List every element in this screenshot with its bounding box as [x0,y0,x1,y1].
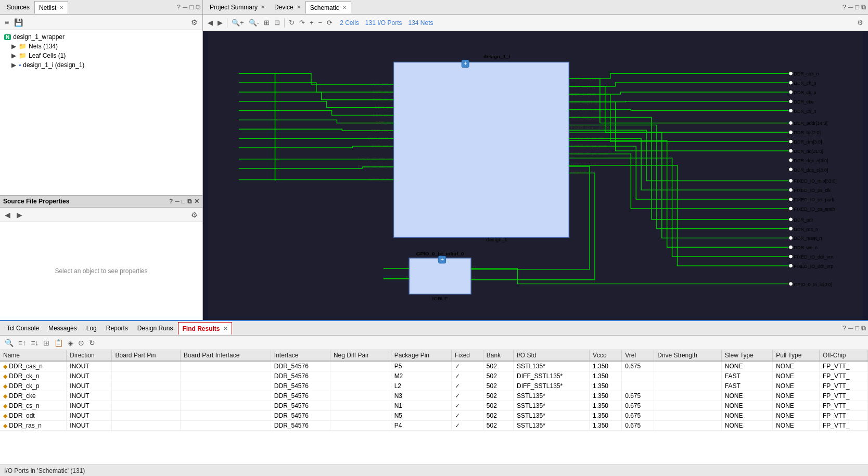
bottom-max-icon[interactable]: □ [855,324,859,332]
props-back-btn[interactable]: ◀ [3,210,12,220]
tab-device[interactable]: Device ✕ [270,1,305,14]
find-results-close[interactable]: ✕ [223,326,227,331]
props-min-icon[interactable]: ─ [175,198,180,205]
maximize-icon[interactable]: □ [189,3,194,11]
tab-messages[interactable]: Messages [44,322,82,335]
schematic-tab-close[interactable]: ✕ [342,5,347,10]
expand-btn[interactable]: 📋 [53,338,65,348]
sch-float-icon[interactable]: ⧉ [861,3,866,11]
col-pull-type[interactable]: Pull Type [773,350,820,361]
props-float-icon[interactable]: ⧉ [187,198,192,205]
table-row[interactable]: ◆ DDR_ckeINOUTDDR_54576N3✓502SSTL135*1.3… [0,391,868,401]
col-direction[interactable]: Direction [67,350,112,361]
zoom-in-btn[interactable]: 🔍+ [230,18,246,28]
row-icon: ◆ [3,403,7,409]
port-ddr-we-n [789,245,793,249]
sch-min-icon[interactable]: ─ [848,3,853,11]
zoom-out-btn[interactable]: 🔍- [247,18,261,28]
col-name[interactable]: Name [0,350,67,361]
props-max-icon[interactable]: □ [182,198,185,205]
tree-design1i[interactable]: ▶ ▪ design_1_i (design_1) [9,60,200,70]
next-btn[interactable]: ↷ [298,18,307,28]
collapse-all-btn[interactable]: ≡ [3,17,10,28]
tab-reports[interactable]: Reports [101,322,133,335]
bottom-help-icon[interactable]: ? [843,324,846,332]
remove-btn[interactable]: − [317,18,324,28]
reload-btn[interactable]: ⟳ [325,18,334,28]
table-row[interactable]: ◆ DDR_ck_pINOUTDDR_54576L2✓502DIFF_SSTL1… [0,381,868,391]
col-interface[interactable]: Interface [271,350,330,361]
netlabel-fixed-srstb: FIXED_IO_ps_srstb [794,207,835,212]
bottom-float-icon[interactable]: ⧉ [861,324,866,332]
filter-down-btn[interactable]: ≡↓ [29,338,40,348]
table-row[interactable]: ◆ DDR_cas_nINOUTDDR_54576P5✓502SSTL135*1… [0,361,868,371]
sch-help-icon[interactable]: ? [843,3,846,11]
col-board-part-iface[interactable]: Board Part Interface [180,350,271,361]
tab-schematic[interactable]: Schematic ✕ [305,1,351,14]
col-fixed[interactable]: Fixed [451,350,483,361]
table-row[interactable]: ◆ DDR_cs_nINOUTDDR_54576N1✓502SSTL135*1.… [0,401,868,411]
tree-root[interactable]: N design_1_wrapper [2,32,200,42]
tab-log[interactable]: Log [82,322,101,335]
highlight-btn[interactable]: ◈ [66,338,75,348]
props-forward-btn[interactable]: ▶ [15,210,24,220]
expand-icon: + [464,60,467,67]
refresh-btn[interactable]: ↻ [287,18,296,28]
table-row[interactable]: ◆ DDR_ras_nINOUTDDR_54576P4✓502SSTL135*1… [0,421,868,431]
refresh-results-btn[interactable]: ↻ [87,338,97,348]
design-block[interactable] [393,62,569,237]
filter-up-btn[interactable]: ≡↑ [17,338,28,348]
tree-leaf-cells[interactable]: ▶ 📁 Leaf Cells (1) [9,51,200,60]
fit-sel-btn[interactable]: ⊡ [273,18,282,28]
tab-find-results[interactable]: Find Results ✕ [178,322,232,335]
nets-stat[interactable]: 134 Nets [409,19,433,27]
col-io-std[interactable]: I/O Std [514,350,590,361]
props-close-icon[interactable]: ✕ [194,198,199,205]
tree-nets[interactable]: ▶ 📁 Nets (134) [9,42,200,51]
tab-project-summary[interactable]: Project Summary ✕ [205,1,270,14]
project-summary-close[interactable]: ✕ [261,4,265,10]
bottom-min-icon[interactable]: ─ [848,324,853,332]
tab-sources[interactable]: Sources [2,1,34,14]
io-ports-stat[interactable]: 131 I/O Ports [365,19,402,27]
netlabel-ddr-we-n: DDR_we_n [794,245,818,250]
select-btn[interactable]: ⊙ [76,338,86,348]
table-row[interactable]: ◆ DDR_odtINOUTDDR_54576N5✓502SSTL135*1.3… [0,411,868,421]
col-slew-type[interactable]: Slew Type [721,350,772,361]
col-board-part-pin[interactable]: Board Part Pin [112,350,180,361]
props-help-icon[interactable]: ? [169,198,173,205]
col-bank[interactable]: Bank [483,350,513,361]
col-off-chip[interactable]: Off-Chip [819,350,867,361]
save-btn[interactable]: 💾 [12,17,24,28]
settings-btn[interactable]: ⚙ [189,17,199,28]
device-tab-label: Device [274,4,293,11]
fit-btn[interactable]: ⊞ [262,18,271,28]
forward-btn[interactable]: ▶ [216,18,224,28]
netlist-tab-close[interactable]: ✕ [59,5,63,10]
tab-netlist[interactable]: Netlist ✕ [34,1,68,14]
port-fixed-mio [789,178,793,183]
schematic-canvas[interactable]: + design_1_i design_1 DDR_cas_n DDR_ck_n… [203,31,868,320]
col-vcco[interactable]: Vcco [590,350,622,361]
col-vref[interactable]: Vref [622,350,654,361]
props-settings-btn[interactable]: ⚙ [189,210,199,220]
col-drive-strength[interactable]: Drive Strength [654,350,722,361]
table-row[interactable]: ◆ DDR_ck_nINOUTDDR_54576M2✓502DIFF_SSTL1… [0,371,868,381]
cells-stat[interactable]: 2 Cells [340,19,359,27]
float-icon[interactable]: ⧉ [196,3,200,11]
tree-root-label: design_1_wrapper [13,33,65,41]
minimize-icon[interactable]: ─ [183,3,187,11]
search-btn[interactable]: 🔍 [3,338,15,348]
device-tab-close[interactable]: ✕ [297,4,301,10]
sch-max-icon[interactable]: □ [855,3,859,11]
tab-design-runs[interactable]: Design Runs [133,322,178,335]
sch-settings-btn[interactable]: ⚙ [856,18,865,28]
tab-tcl-console[interactable]: Tcl Console [2,322,44,335]
help-icon[interactable]: ? [177,3,181,11]
back-btn[interactable]: ◀ [206,18,214,28]
col-package-pin[interactable]: Package Pin [391,350,451,361]
col-neg-diff-pair[interactable]: Neg Diff Pair [330,350,391,361]
group-btn[interactable]: ⊞ [42,338,51,348]
add-btn[interactable]: + [308,18,315,28]
netlabel-ddr-dqs-p: DDR_dqs_p[3:0] [794,168,828,173]
